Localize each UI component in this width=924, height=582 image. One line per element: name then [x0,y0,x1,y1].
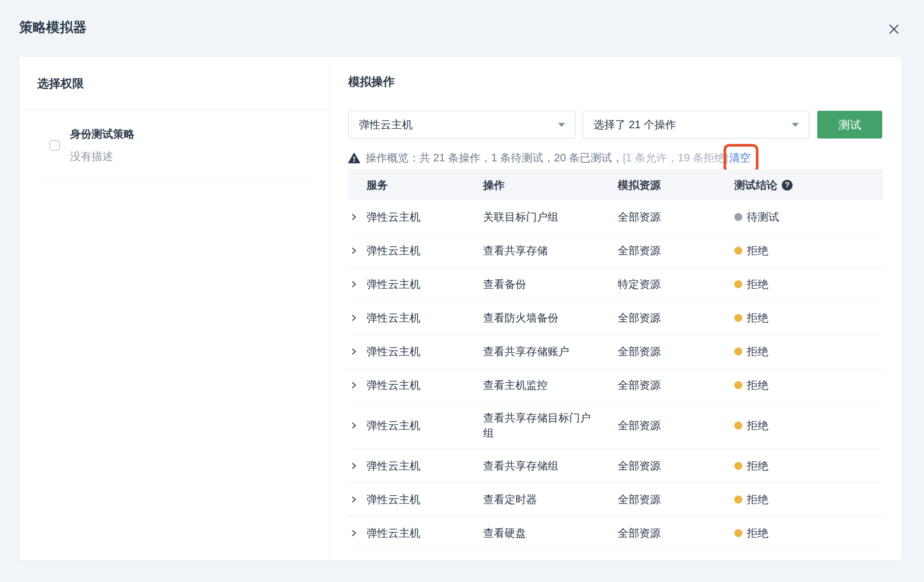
test-button[interactable]: 测试 [817,111,882,139]
service-value: 弹性云主机 [366,277,420,291]
result-value: 拒绝 [747,311,768,325]
service-cell: 弹性云主机 [348,492,483,507]
operation-value: 关联目标门户组 [483,201,618,233]
resource-value: 全部资源 [618,311,734,325]
table-row: 弹性云主机 查看共享存储 全部资源 拒绝 [348,234,883,268]
column-header-result-label: 测试结论 [734,178,777,192]
result-cell: 待测试 [734,210,883,224]
expand-chevron-icon[interactable] [350,213,358,221]
status-dot [734,421,742,430]
expand-chevron-icon[interactable] [350,529,358,537]
result-cell: 拒绝 [734,311,883,325]
service-cell: 弹性云主机 [348,243,483,258]
service-value: 弹性云主机 [366,378,420,392]
status-dot [734,529,742,537]
simulator-panel: 选择权限 身份测试策略 没有描述 模拟操作 弹性云主机 选择了 21 个操作 测… [19,57,902,560]
resource-value: 全部资源 [618,378,734,392]
policy-simulator-modal: { "window": { "title": "策略模拟器" }, "color… [0,0,924,582]
resource-value: 全部资源 [618,526,734,540]
result-cell: 拒绝 [734,418,883,433]
operation-value: 查看备份 [483,269,618,300]
service-cell: 弹性云主机 [348,526,483,540]
service-value: 弹性云主机 [366,459,420,473]
resource-value: 全部资源 [618,344,734,359]
simulation-controls: 弹性云主机 选择了 21 个操作 测试 [348,111,882,139]
close-button[interactable] [885,20,903,39]
result-cell: 拒绝 [734,378,883,392]
service-value: 弹性云主机 [366,526,420,540]
expand-chevron-icon[interactable] [350,421,358,430]
expand-chevron-icon[interactable] [350,247,358,255]
resource-value: 全部资源 [618,210,734,224]
service-cell: 弹性云主机 [348,418,483,433]
table-row: 弹性云主机 查看定时器 全部资源 拒绝 [348,483,883,517]
table-row: 弹性云主机 查看备份 特定资源 拒绝 [348,268,883,301]
service-cell: 弹性云主机 [348,277,483,291]
permissions-panel-title: 选择权限 [19,57,329,110]
summary-main-text: 操作概览：共 21 条操作，1 条待测试，20 条已测试， [366,151,623,165]
results-table: 服务 操作 模拟资源 测试结论 ? 弹性云主机 关联目标门户组 全部资源 待测试 [348,169,883,550]
service-cell: 弹性云主机 [348,344,483,359]
operation-value: 查看硬盘 [483,517,618,549]
policy-list-item: 身份测试策略 没有描述 [49,127,311,163]
chevron-down-icon [558,123,565,127]
table-row: 弹性云主机 查看共享存储账户 全部资源 拒绝 [348,335,883,369]
result-cell: 拒绝 [734,459,883,473]
simulation-panel-title: 模拟操作 [348,74,395,89]
help-icon[interactable]: ? [782,180,793,191]
service-select[interactable]: 弹性云主机 [348,111,575,139]
operation-value: 查看共享存储 [483,235,618,266]
result-value: 待测试 [747,210,779,224]
status-dot [734,495,742,504]
resource-value: 全部资源 [618,492,734,507]
result-cell: 拒绝 [734,344,883,359]
table-row: 弹性云主机 关联目标门户组 全部资源 待测试 [348,200,883,234]
expand-chevron-icon[interactable] [350,381,358,389]
column-header-result: 测试结论 ? [734,178,883,192]
expand-chevron-icon[interactable] [350,347,358,356]
expand-chevron-icon[interactable] [350,462,358,470]
service-value: 弹性云主机 [366,243,420,258]
status-dot [734,347,742,356]
result-cell: 拒绝 [734,526,883,540]
simulation-panel: 模拟操作 弹性云主机 选择了 21 个操作 测试 操作概览：共 21 条操作，1… [330,57,902,560]
column-header-resource: 模拟资源 [618,178,734,192]
service-cell: 弹性云主机 [348,311,483,325]
result-value: 拒绝 [747,526,768,540]
clear-link[interactable]: 清空 [729,152,750,164]
result-value: 拒绝 [747,344,768,359]
expand-chevron-icon[interactable] [350,495,358,504]
result-value: 拒绝 [747,277,768,291]
operation-value: 查看共享存储账户 [483,336,618,367]
service-cell: 弹性云主机 [348,378,483,392]
expand-chevron-icon[interactable] [350,314,358,322]
page-title: 策略模拟器 [19,18,87,37]
table-row: 弹性云主机 查看主机监控 全部资源 拒绝 [348,369,883,402]
status-dot [734,280,742,288]
table-row: 弹性云主机 查看硬盘 全部资源 拒绝 [348,517,883,550]
clear-link-wrap: 清空 [729,151,750,165]
operation-value: 查看主机监控 [483,369,618,401]
operation-value: 查看共享存储目标门户组 [483,402,618,449]
result-value: 拒绝 [747,243,768,258]
column-header-service: 服务 [348,178,483,192]
result-cell: 拒绝 [734,492,883,507]
resource-value: 特定资源 [618,277,734,291]
result-cell: 拒绝 [734,277,883,291]
policy-description: 没有描述 [70,150,135,163]
policy-checkbox[interactable] [49,140,60,151]
policy-divider [38,181,311,182]
operations-select[interactable]: 选择了 21 个操作 [583,111,809,139]
resource-value: 全部资源 [618,243,734,258]
expand-chevron-icon[interactable] [350,280,358,288]
result-cell: 拒绝 [734,243,883,258]
service-value: 弹性云主机 [366,311,420,325]
policy-name: 身份测试策略 [70,127,135,141]
resource-value: 全部资源 [618,418,734,433]
chevron-down-icon [792,123,799,127]
service-cell: 弹性云主机 [348,459,483,473]
table-row: 弹性云主机 查看共享存储组 全部资源 拒绝 [348,449,883,483]
service-value: 弹性云主机 [366,210,420,224]
operations-select-value: 选择了 21 个操作 [593,117,676,132]
service-cell: 弹性云主机 [348,210,483,224]
